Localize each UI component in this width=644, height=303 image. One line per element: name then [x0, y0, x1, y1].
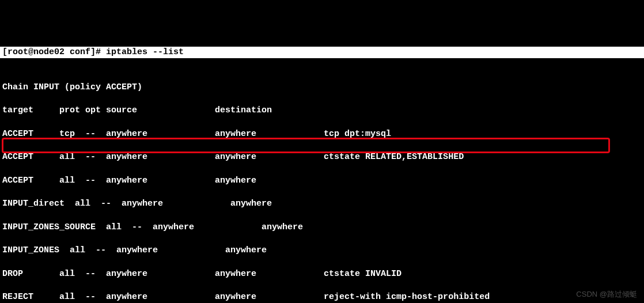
input-rule: INPUT_ZONES_SOURCE all -- anywhere anywh… [2, 222, 642, 233]
input-columns: target prot opt source destination [2, 105, 642, 116]
shell-prompt: [root@node02 conf]# iptables --list [0, 47, 644, 58]
input-rule: INPUT_ZONES all -- anywhere anywhere [2, 245, 642, 256]
input-rule: ACCEPT all -- anywhere anywhere ctstate … [2, 152, 642, 163]
watermark: CSDN @路过倾蜓 [576, 289, 637, 300]
input-rule: ACCEPT tcp -- anywhere anywhere tcp dpt:… [2, 128, 642, 140]
input-rule: DROP all -- anywhere anywhere ctstate IN… [2, 268, 642, 280]
terminal-output: Chain INPUT (policy ACCEPT) target prot … [0, 70, 644, 304]
chain-input-header: Chain INPUT (policy ACCEPT) [2, 82, 642, 93]
input-rule-reject: REJECT all -- anywhere anywhere reject-w… [2, 291, 642, 303]
input-rule: ACCEPT all -- anywhere anywhere [2, 175, 642, 187]
input-rule: INPUT_direct all -- anywhere anywhere [2, 198, 642, 210]
